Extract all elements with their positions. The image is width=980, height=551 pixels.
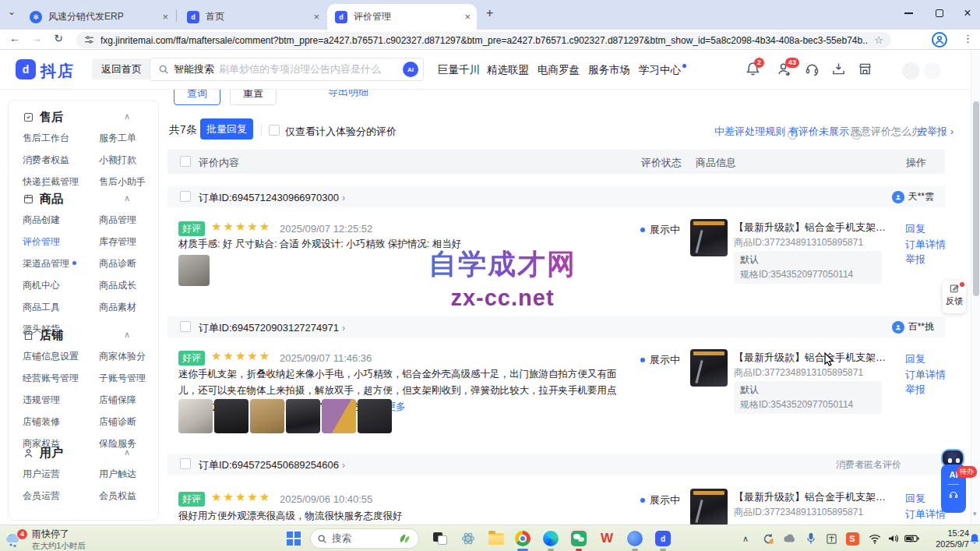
window-close-button[interactable]: ×: [952, 0, 980, 26]
nav-learning-center[interactable]: 学习中心: [639, 63, 681, 77]
weather-widget[interactable]: 4 雨快停了 在大约1小时后: [5, 528, 86, 551]
product-title[interactable]: 【最新升级款】铝合金手机支架旅行飞机...: [734, 221, 887, 235]
rule-link[interactable]: 中差评处理规则?: [714, 125, 798, 140]
reviewer-chip[interactable]: 百**挑: [892, 320, 934, 334]
headset-icon[interactable]: [948, 489, 959, 500]
product-thumbnail[interactable]: [690, 349, 728, 387]
tab-close-icon[interactable]: ×: [464, 11, 471, 23]
row-checkbox[interactable]: [180, 191, 191, 202]
avatar[interactable]: [902, 62, 919, 79]
wifi-tray-icon[interactable]: [866, 528, 883, 549]
collapse-icon[interactable]: ∧: [124, 193, 130, 203]
back-home-button[interactable]: 返回首页: [92, 58, 151, 79]
sync-tray-icon[interactable]: [759, 528, 777, 549]
taskbar-search[interactable]: 搜索: [310, 528, 419, 549]
window-maximize-button[interactable]: [924, 0, 955, 26]
feedback-button[interactable]: 反馈: [943, 281, 966, 313]
review-photo-thumbnail[interactable]: [322, 399, 356, 433]
sidebar-item[interactable]: 商家体验分: [99, 350, 146, 363]
report-review-link[interactable]: 举报: [905, 383, 925, 397]
edge-icon[interactable]: [541, 528, 561, 549]
sidebar-item[interactable]: 经营账号管理: [23, 372, 77, 385]
window-minimize-button[interactable]: [893, 0, 924, 26]
reset-button[interactable]: 重置: [230, 90, 277, 105]
collapse-icon[interactable]: ∧: [124, 330, 130, 340]
sidebar-item[interactable]: 售后工作台: [23, 132, 77, 145]
wps-icon[interactable]: W: [597, 528, 617, 549]
row-checkbox[interactable]: [180, 321, 191, 332]
sidebar-item[interactable]: 售后小助手: [99, 175, 146, 189]
sidebar-item-review-management[interactable]: 评价管理: [23, 235, 77, 249]
review-photo-thumbnail[interactable]: [286, 399, 320, 433]
wechat-icon[interactable]: [569, 528, 589, 549]
sidebar-item[interactable]: 库存管理: [99, 235, 136, 249]
doudian-logo-text[interactable]: 抖店: [41, 61, 75, 82]
address-bar[interactable]: fxg.jinritemai.com/ffa/maftersale/commen…: [76, 32, 891, 48]
reviewer-chip[interactable]: 天**雲: [892, 190, 934, 203]
row-checkbox[interactable]: [180, 458, 191, 469]
back-icon[interactable]: ←: [6, 32, 23, 44]
sidebar-item[interactable]: 快递拦截管理: [23, 175, 77, 189]
doudian-app-icon[interactable]: d: [653, 528, 673, 549]
widgets-icon[interactable]: [458, 528, 478, 549]
taskbar-clock[interactable]: 15:24 2025/9/7: [918, 528, 969, 549]
report-review-link[interactable]: 举报: [905, 253, 925, 267]
sidebar-item[interactable]: 违规管理: [23, 394, 77, 407]
scrollbar-down-icon[interactable]: ▾: [973, 510, 977, 517]
sidebar-item[interactable]: 保险服务: [99, 437, 146, 450]
sidebar-item[interactable]: 会员权益: [99, 489, 136, 503]
start-button[interactable]: [284, 528, 304, 549]
sidebar-item[interactable]: 商品素材: [99, 301, 136, 314]
sidebar-item[interactable]: 商品成长: [99, 279, 136, 292]
tab-close-icon[interactable]: ×: [162, 11, 168, 23]
scrollbar-thumb[interactable]: [973, 101, 979, 296]
product-title[interactable]: 【最新升级款】铝合金手机支架旅行飞机...: [734, 490, 887, 504]
sidebar-item[interactable]: 会员运营: [23, 489, 77, 503]
notification-center-icon[interactable]: [969, 528, 980, 549]
review-photo-thumbnail[interactable]: [250, 399, 284, 433]
section-product[interactable]: 商品: [23, 192, 63, 207]
sidebar-item[interactable]: 服务工单: [99, 132, 146, 145]
sidebar-item[interactable]: 商品诊断: [99, 257, 136, 270]
order-detail-link[interactable]: 订单详情: [905, 507, 946, 521]
tab-close-icon[interactable]: ×: [313, 11, 319, 23]
sidebar-item[interactable]: 店铺装修: [23, 415, 77, 429]
sidebar-item[interactable]: 店铺信息设置: [23, 350, 77, 363]
quark-browser-icon[interactable]: [625, 528, 645, 549]
review-photo-thumbnail[interactable]: [214, 399, 249, 433]
batch-reply-button[interactable]: 批量回复: [200, 118, 253, 140]
sidebar-item[interactable]: 用户运营: [23, 468, 77, 481]
review-photo-thumbnail[interactable]: [358, 399, 392, 433]
ime-tray-icon[interactable]: [823, 528, 840, 549]
sogou-tray-icon[interactable]: S: [843, 528, 862, 549]
review-photo-thumbnail[interactable]: [178, 255, 210, 286]
nav-compass[interactable]: 电商罗盘: [538, 63, 580, 77]
export-link[interactable]: 导出明细: [328, 90, 368, 99]
sidebar-item[interactable]: 店铺保障: [99, 394, 146, 407]
sidebar-item[interactable]: 用户触达: [99, 468, 136, 481]
reply-link[interactable]: 回复: [905, 222, 925, 236]
doudian-logo-icon[interactable]: d: [16, 59, 36, 79]
download-icon[interactable]: [830, 61, 848, 78]
sidebar-item-channel[interactable]: 渠道品管理: [23, 257, 77, 270]
product-thumbnail[interactable]: [690, 489, 728, 525]
tray-expand-icon[interactable]: ∧: [737, 528, 754, 549]
refresh-icon[interactable]: ↻: [50, 32, 67, 44]
collapse-icon[interactable]: ∧: [124, 111, 130, 122]
section-aftersale[interactable]: 售后: [23, 110, 63, 125]
section-shop[interactable]: 店铺: [23, 328, 63, 343]
review-photo-thumbnail[interactable]: [178, 399, 213, 433]
select-all-checkbox[interactable]: [180, 156, 191, 167]
sidebar-item[interactable]: 子账号管理: [99, 372, 146, 385]
sidebar-item[interactable]: 消费者权益: [23, 154, 77, 167]
onedrive-cloud-icon[interactable]: [781, 528, 799, 549]
ai-search-button[interactable]: AI: [403, 62, 418, 77]
sidebar-item[interactable]: 店铺诊断: [99, 415, 146, 429]
sidebar-item[interactable]: 商机中心: [23, 279, 77, 292]
sidebar-item[interactable]: 商品管理: [99, 214, 136, 227]
sidebar-item[interactable]: 商品创建: [23, 214, 77, 227]
collapse-icon[interactable]: ∧: [124, 447, 130, 457]
tab-home[interactable]: d 首页 ×: [179, 4, 326, 30]
reply-link[interactable]: 回复: [905, 352, 925, 366]
experience-filter-checkbox[interactable]: [269, 125, 280, 136]
